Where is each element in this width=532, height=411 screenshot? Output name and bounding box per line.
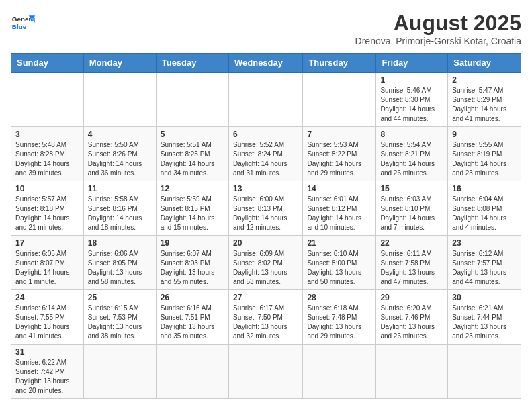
day-number: 12 [161,184,224,193]
day-number: 20 [233,238,298,248]
calendar-week-3: 10Sunrise: 5:57 AMSunset: 8:18 PMDayligh… [11,181,521,236]
day-number: 23 [452,238,517,248]
weekday-header-thursday: Thursday [303,54,376,73]
calendar-cell [228,73,302,127]
day-info: Sunrise: 6:00 AMSunset: 8:13 PMDaylight:… [233,195,298,232]
calendar-cell [83,73,156,127]
calendar-cell: 11Sunrise: 5:58 AMSunset: 8:16 PMDayligh… [83,181,156,236]
calendar-cell: 30Sunrise: 6:21 AMSunset: 7:44 PMDayligh… [448,290,521,345]
weekday-header-row: SundayMondayTuesdayWednesdayThursdayFrid… [11,54,521,73]
day-info: Sunrise: 6:11 AMSunset: 7:58 PMDaylight:… [380,249,443,287]
calendar-cell: 29Sunrise: 6:20 AMSunset: 7:46 PMDayligh… [376,290,448,345]
day-info: Sunrise: 5:57 AMSunset: 8:18 PMDaylight:… [15,195,79,232]
calendar-cell: 22Sunrise: 6:11 AMSunset: 7:58 PMDayligh… [376,236,448,290]
day-number: 13 [233,184,298,193]
calendar-cell: 3Sunrise: 5:48 AMSunset: 8:28 PMDaylight… [11,127,84,181]
day-info: Sunrise: 5:55 AMSunset: 8:19 PMDaylight:… [452,140,517,178]
calendar-cell: 7Sunrise: 5:53 AMSunset: 8:22 PMDaylight… [303,127,376,181]
weekday-header-wednesday: Wednesday [228,54,302,73]
day-number: 3 [15,130,79,139]
day-info: Sunrise: 6:20 AMSunset: 7:46 PMDaylight:… [380,304,443,341]
calendar-cell: 4Sunrise: 5:50 AMSunset: 8:26 PMDaylight… [83,127,156,181]
day-number: 10 [15,184,79,193]
day-info: Sunrise: 6:21 AMSunset: 7:44 PMDaylight:… [452,304,517,341]
calendar-cell: 23Sunrise: 6:12 AMSunset: 7:57 PMDayligh… [448,236,521,290]
day-number: 27 [233,293,298,302]
calendar-cell [156,73,228,127]
calendar-cell [11,73,84,127]
calendar-cell: 19Sunrise: 6:07 AMSunset: 8:03 PMDayligh… [156,236,228,290]
title-area: August 2025 Drenova, Primorje-Gorski Kot… [355,11,521,46]
calendar-cell: 15Sunrise: 6:03 AMSunset: 8:10 PMDayligh… [376,181,448,236]
calendar-table: SundayMondayTuesdayWednesdayThursdayFrid… [11,53,521,399]
calendar-cell [303,345,376,399]
day-number: 1 [380,75,443,85]
day-info: Sunrise: 5:50 AMSunset: 8:26 PMDaylight:… [88,140,152,178]
day-number: 21 [307,238,371,248]
day-number: 25 [88,293,152,302]
day-info: Sunrise: 6:16 AMSunset: 7:51 PMDaylight:… [161,304,224,341]
day-info: Sunrise: 6:03 AMSunset: 8:10 PMDaylight:… [380,195,443,232]
calendar-cell [228,345,302,399]
calendar-week-2: 3Sunrise: 5:48 AMSunset: 8:28 PMDaylight… [11,127,521,181]
day-info: Sunrise: 6:22 AMSunset: 7:42 PMDaylight:… [15,358,79,396]
weekday-header-sunday: Sunday [11,54,84,73]
day-number: 7 [307,130,371,139]
calendar-cell: 10Sunrise: 5:57 AMSunset: 8:18 PMDayligh… [11,181,84,236]
calendar-cell: 5Sunrise: 5:51 AMSunset: 8:25 PMDaylight… [156,127,228,181]
calendar-cell: 2Sunrise: 5:47 AMSunset: 8:29 PMDaylight… [448,73,521,127]
day-info: Sunrise: 5:54 AMSunset: 8:21 PMDaylight:… [380,140,443,178]
calendar-week-6: 31Sunrise: 6:22 AMSunset: 7:42 PMDayligh… [11,345,521,399]
calendar-cell: 28Sunrise: 6:18 AMSunset: 7:48 PMDayligh… [303,290,376,345]
day-number: 6 [233,130,298,139]
calendar-cell [83,345,156,399]
month-year-title: August 2025 [355,11,521,36]
calendar-cell: 8Sunrise: 5:54 AMSunset: 8:21 PMDaylight… [376,127,448,181]
day-info: Sunrise: 5:58 AMSunset: 8:16 PMDaylight:… [88,195,152,232]
day-number: 22 [380,238,443,248]
day-number: 16 [452,184,517,193]
day-number: 14 [307,184,371,193]
day-number: 29 [380,293,443,302]
calendar-cell: 26Sunrise: 6:16 AMSunset: 7:51 PMDayligh… [156,290,228,345]
calendar-cell: 17Sunrise: 6:05 AMSunset: 8:07 PMDayligh… [11,236,84,290]
calendar-cell: 20Sunrise: 6:09 AMSunset: 8:02 PMDayligh… [228,236,302,290]
calendar-cell: 16Sunrise: 6:04 AMSunset: 8:08 PMDayligh… [448,181,521,236]
svg-text:Blue: Blue [12,23,27,30]
calendar-cell: 21Sunrise: 6:10 AMSunset: 8:00 PMDayligh… [303,236,376,290]
calendar-week-1: 1Sunrise: 5:46 AMSunset: 8:30 PMDaylight… [11,73,521,127]
day-info: Sunrise: 6:12 AMSunset: 7:57 PMDaylight:… [452,249,517,287]
calendar-week-4: 17Sunrise: 6:05 AMSunset: 8:07 PMDayligh… [11,236,521,290]
day-info: Sunrise: 5:46 AMSunset: 8:30 PMDaylight:… [380,86,443,124]
day-info: Sunrise: 6:15 AMSunset: 7:53 PMDaylight:… [88,304,152,341]
day-info: Sunrise: 6:04 AMSunset: 8:08 PMDaylight:… [452,195,517,232]
day-info: Sunrise: 6:14 AMSunset: 7:55 PMDaylight:… [15,304,79,341]
general-blue-logo-icon: General Blue [11,11,35,35]
calendar-cell: 1Sunrise: 5:46 AMSunset: 8:30 PMDaylight… [376,73,448,127]
logo: General Blue [11,11,35,35]
day-number: 24 [15,293,79,302]
day-number: 30 [452,293,517,302]
day-number: 26 [161,293,224,302]
calendar-cell: 27Sunrise: 6:17 AMSunset: 7:50 PMDayligh… [228,290,302,345]
weekday-header-saturday: Saturday [448,54,521,73]
day-info: Sunrise: 5:51 AMSunset: 8:25 PMDaylight:… [161,140,224,178]
day-info: Sunrise: 5:59 AMSunset: 8:15 PMDaylight:… [161,195,224,232]
day-info: Sunrise: 6:17 AMSunset: 7:50 PMDaylight:… [233,304,298,341]
calendar-cell: 14Sunrise: 6:01 AMSunset: 8:12 PMDayligh… [303,181,376,236]
location-subtitle: Drenova, Primorje-Gorski Kotar, Croatia [355,36,521,46]
calendar-cell: 13Sunrise: 6:00 AMSunset: 8:13 PMDayligh… [228,181,302,236]
day-info: Sunrise: 6:01 AMSunset: 8:12 PMDaylight:… [307,195,371,232]
day-number: 31 [15,347,79,357]
day-info: Sunrise: 5:47 AMSunset: 8:29 PMDaylight:… [452,86,517,124]
page-header: General Blue August 2025 Drenova, Primor… [11,11,521,46]
day-number: 11 [88,184,152,193]
day-number: 28 [307,293,371,302]
day-number: 4 [88,130,152,139]
day-info: Sunrise: 6:09 AMSunset: 8:02 PMDaylight:… [233,249,298,287]
day-info: Sunrise: 6:06 AMSunset: 8:05 PMDaylight:… [88,249,152,287]
weekday-header-monday: Monday [83,54,156,73]
day-number: 15 [380,184,443,193]
day-number: 9 [452,130,517,139]
day-info: Sunrise: 6:18 AMSunset: 7:48 PMDaylight:… [307,304,371,341]
